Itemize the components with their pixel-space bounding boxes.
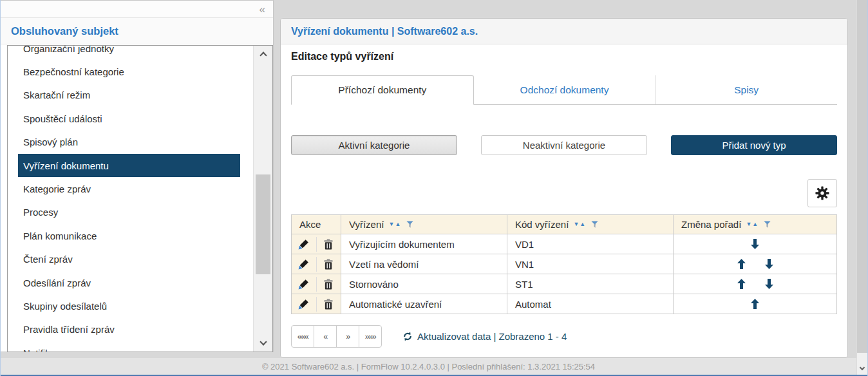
sidebar-item[interactable]: Čtení zpráv — [18, 248, 240, 271]
column-header-vyrizeni[interactable]: Vyřízení ▼▲ — [341, 215, 507, 234]
sidebar: « Obsluhovaný subjekt Organizační jednot… — [1, 0, 274, 352]
tab-odchozi-dokumenty[interactable]: Odchozí dokumenty — [474, 75, 656, 104]
table-row: Stornováno ST1 — [292, 274, 837, 294]
actions-cell — [292, 294, 341, 314]
actions-cell — [292, 274, 341, 294]
sidebar-item[interactable]: Kategorie zpráv — [18, 177, 240, 200]
last-page-button[interactable]: »»» — [359, 325, 382, 348]
scrollbar-thumb[interactable] — [256, 174, 270, 274]
refresh-icon — [402, 331, 413, 342]
edit-button[interactable] — [292, 257, 317, 272]
type-code-cell: VN1 — [507, 254, 674, 274]
trash-icon — [323, 279, 334, 290]
window-scrollbar-thumb[interactable] — [857, 0, 867, 353]
arrow-up-icon[interactable] — [751, 299, 759, 309]
sidebar-item[interactable]: Plán komunikace — [18, 224, 240, 247]
sidebar-item-label: Skupiny odesílatelů — [23, 301, 107, 312]
table-header-row: Akce Vyřízení ▼▲ — [292, 215, 837, 234]
delete-button[interactable] — [317, 257, 341, 272]
first-page-button[interactable]: ««« — [291, 325, 314, 348]
order-cell — [674, 294, 837, 314]
funnel-icon[interactable] — [406, 220, 414, 229]
type-name-cell: Vzetí na vědomí — [341, 254, 507, 274]
sidebar-menu: Organizační jednotky Bezpečnostní katego… — [8, 45, 253, 352]
sidebar-item[interactable]: Skupiny odesílatelů — [18, 294, 240, 317]
refresh-data-link[interactable]: Aktualizovat data | Zobrazeno 1 - 4 — [402, 331, 567, 342]
tab-prichozi-dokumenty[interactable]: Příchozí dokumenty — [291, 75, 474, 105]
sidebar-item[interactable]: Organizační jednotky — [18, 45, 240, 60]
previous-page-button[interactable]: « — [314, 325, 337, 348]
sidebar-item[interactable]: Spisový plán — [18, 131, 240, 154]
sidebar-item[interactable]: Skartační režim — [18, 84, 240, 107]
column-header-akce: Akce — [292, 215, 341, 234]
type-name-cell: Stornováno — [341, 274, 507, 294]
arrow-up-icon[interactable] — [737, 279, 746, 289]
window-scroll-down-button[interactable] — [857, 362, 867, 373]
table-row: Vzetí na vědomí VN1 — [292, 254, 837, 274]
scroll-down-button[interactable] — [254, 336, 272, 348]
column-header-kod-vyrizeni[interactable]: Kód vyřízení ▼▲ — [507, 215, 674, 234]
trash-icon — [323, 239, 334, 250]
sidebar-item[interactable]: Vyřízení dokumentu — [18, 154, 240, 177]
sidebar-item[interactable]: Pravidla třídení zpráv — [18, 318, 240, 341]
window-scrollbar[interactable] — [856, 0, 867, 375]
actions-cell — [292, 234, 341, 254]
type-name-cell: Vyřizujícím dokumentem — [341, 234, 507, 254]
edit-button[interactable] — [292, 237, 317, 252]
edit-button[interactable] — [292, 277, 317, 292]
edit-button[interactable] — [292, 297, 317, 312]
sidebar-item[interactable]: Notifikace — [18, 341, 240, 352]
sidebar-list-box: Organizační jednotky Bezpečnostní katego… — [7, 45, 273, 352]
footer-text: © 2021 Software602 a.s. | FormFlow 10.2.… — [262, 362, 595, 371]
sidebar-title: Obsluhovaný subjekt — [1, 18, 273, 44]
inactive-categories-button[interactable]: Neaktivní kategorie — [481, 135, 647, 155]
sidebar-item[interactable]: Odesílání zpráv — [18, 271, 240, 294]
funnel-icon[interactable] — [590, 220, 599, 229]
sidebar-scrollbar[interactable] — [253, 46, 272, 352]
sort-arrows-icon[interactable]: ▼▲ — [388, 221, 401, 227]
sidebar-item[interactable]: Procesy — [18, 201, 240, 224]
table-settings-row — [291, 179, 837, 207]
arrow-down-icon[interactable] — [751, 239, 759, 249]
pencil-icon — [298, 239, 309, 250]
delete-button[interactable] — [317, 237, 341, 252]
delete-button[interactable] — [317, 297, 341, 312]
sidebar-item-label: Kategorie zpráv — [23, 183, 91, 194]
active-categories-button[interactable]: Aktivní kategorie — [291, 135, 457, 155]
arrow-down-icon[interactable] — [765, 279, 773, 289]
sidebar-item-label: Odesílání zpráv — [23, 277, 91, 288]
column-label: Akce — [299, 219, 321, 230]
delete-button[interactable] — [317, 277, 341, 292]
type-code-cell: ST1 — [507, 274, 674, 294]
order-cell — [674, 234, 837, 254]
page-title: Vyřízení dokumentu | Software602 a.s. — [281, 19, 847, 44]
funnel-icon[interactable] — [763, 220, 771, 229]
settings-button[interactable] — [807, 179, 837, 207]
collapse-sidebar-icon[interactable]: « — [259, 4, 265, 15]
sidebar-item-label: Čtení zpráv — [23, 254, 73, 265]
pagination-status: Aktualizovat data | Zobrazeno 1 - 4 — [417, 331, 567, 342]
section-title: Editace typů vyřízení — [291, 51, 837, 62]
tab-spisy[interactable]: Spisy — [655, 75, 837, 104]
sort-arrows-icon[interactable]: ▼▲ — [746, 221, 759, 227]
sidebar-item-label: Spisový plán — [23, 136, 78, 147]
arrow-up-icon[interactable] — [737, 259, 746, 269]
sidebar-item-label: Organizační jednotky — [23, 45, 114, 54]
types-table: Akce Vyřízení ▼▲ — [291, 214, 837, 314]
next-page-button[interactable]: » — [336, 325, 359, 348]
sidebar-item[interactable]: Bezpečnostní kategorie — [18, 60, 240, 83]
column-label: Změna pořadí — [681, 219, 741, 230]
column-header-zmena-poradi[interactable]: Změna pořadí ▼▲ — [674, 215, 837, 234]
pager: ««« « » »»» — [291, 325, 382, 348]
main-panel: Vyřízení dokumentu | Software602 a.s. Ed… — [280, 18, 848, 358]
app-window: « Obsluhovaný subjekt Organizační jednot… — [0, 0, 868, 376]
sidebar-item[interactable]: Spouštěcí události — [18, 107, 240, 130]
sort-arrows-icon[interactable]: ▼▲ — [573, 221, 586, 227]
sidebar-item-label: Bezpečnostní kategorie — [23, 66, 124, 77]
table-body: Vyřizujícím dokumentem VD1 — [292, 234, 837, 314]
add-new-type-button[interactable]: Přidat nový typ — [671, 135, 837, 155]
footer: © 2021 Software602 a.s. | FormFlow 10.2.… — [1, 358, 856, 375]
order-cell — [674, 274, 837, 294]
arrow-down-icon[interactable] — [765, 259, 773, 269]
scroll-up-button[interactable] — [254, 50, 272, 61]
